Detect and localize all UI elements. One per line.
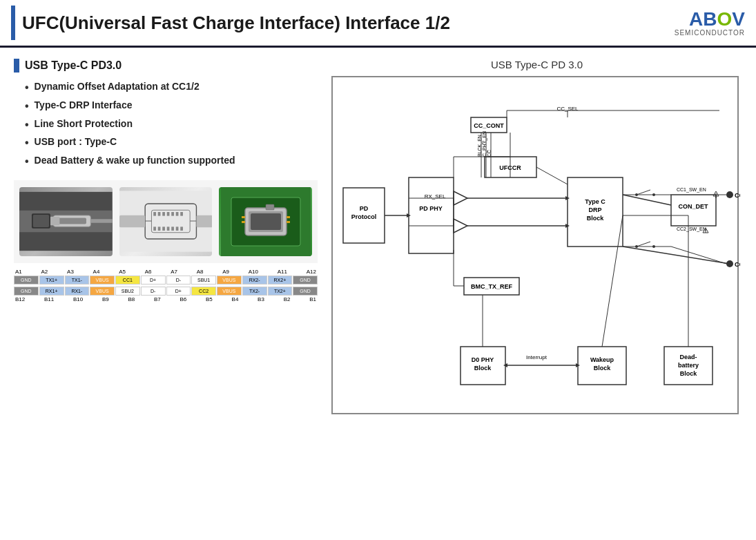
bullet-text: Dynamic Offset Adaptation at CC1/2 xyxy=(35,81,200,92)
page-header: UFC(Universal Fast Charge Interface) Int… xyxy=(0,0,756,48)
logo-v: V xyxy=(732,8,745,30)
svg-rect-20 xyxy=(153,227,156,231)
svg-rect-19 xyxy=(180,213,183,217)
pin-cell: RX2- xyxy=(242,276,267,285)
svg-text:CC_CONT: CC_CONT xyxy=(474,122,504,129)
pin-cell: D+ xyxy=(141,276,166,285)
pin-num: B7 xyxy=(154,296,161,302)
pin-num: B5 xyxy=(206,296,213,302)
svg-rect-37 xyxy=(287,221,290,223)
svg-rect-13 xyxy=(153,213,156,217)
logo-subtitle: SEMICONDUCTOR xyxy=(675,29,745,37)
svg-text:Block: Block xyxy=(474,365,492,372)
pin-cell: CC1 xyxy=(115,276,140,285)
pin-num: B12 xyxy=(15,296,25,302)
svg-text:Protocol: Protocol xyxy=(351,213,377,220)
pin-cell: TX2- xyxy=(242,287,267,296)
bullet-text: USB port : Type-C xyxy=(35,136,117,147)
usb-sketch xyxy=(119,187,213,256)
svg-text:Block: Block xyxy=(680,370,698,377)
svg-text:RX_SEL: RX_SEL xyxy=(425,193,446,200)
svg-rect-24 xyxy=(171,227,174,231)
svg-rect-33 xyxy=(251,213,281,230)
section-header: USB Type-C PD3.0 xyxy=(14,59,318,73)
svg-rect-21 xyxy=(157,227,160,231)
svg-rect-28 xyxy=(196,215,212,228)
svg-point-90 xyxy=(652,193,655,196)
svg-text:Block: Block xyxy=(594,365,612,372)
svg-rect-22 xyxy=(162,227,165,231)
svg-rect-74 xyxy=(671,195,716,226)
pin-num: A2 xyxy=(41,269,48,275)
bullet-text: Line Short Protection xyxy=(35,118,133,129)
left-panel: USB Type-C PD3.0 •Dynamic Offset Adaptat… xyxy=(14,59,318,528)
pin-num: A1 xyxy=(15,269,22,275)
pin-cell: VBUS xyxy=(90,276,115,285)
svg-rect-14 xyxy=(157,213,160,217)
pin-cell: SBU1 xyxy=(191,276,216,285)
svg-text:Wakeup: Wakeup xyxy=(590,356,614,363)
svg-line-81 xyxy=(623,247,730,264)
connector-images xyxy=(14,180,318,263)
feature-list: •Dynamic Offset Adaptation at CC1/2 •Typ… xyxy=(14,81,318,169)
list-item: •Line Short Protection xyxy=(25,118,318,133)
pin-num: B1 xyxy=(309,296,316,302)
svg-text:Interrupt: Interrupt xyxy=(526,354,547,360)
svg-rect-42 xyxy=(409,177,454,253)
usb-photo xyxy=(19,187,113,256)
right-panel: USB Type-C PD 3.0 PD Protocol PD PHY UFC… xyxy=(331,59,742,528)
svg-rect-15 xyxy=(162,213,165,217)
svg-text:CC2: CC2 xyxy=(735,261,740,268)
list-item: •Dynamic Offset Adaptation at CC1/2 xyxy=(25,81,318,95)
pin-cell: D- xyxy=(141,287,166,296)
svg-text:CC1: CC1 xyxy=(735,192,740,199)
svg-line-71 xyxy=(536,167,568,184)
svg-text:PD: PD xyxy=(360,205,369,212)
list-item: •Type-C DRP Interface xyxy=(25,99,318,114)
pin-num: A9 xyxy=(222,269,229,275)
pin-num: A5 xyxy=(119,269,126,275)
logo-b: B xyxy=(703,8,717,30)
svg-rect-38 xyxy=(266,204,274,210)
svg-text:DRP: DRP xyxy=(588,206,601,213)
svg-text:Block: Block xyxy=(587,215,605,222)
usb-pcb xyxy=(219,187,312,256)
pin-cell: VBUS xyxy=(217,287,242,296)
pin-num: B6 xyxy=(180,296,187,302)
list-item: •Dead Battery & wake up function support… xyxy=(25,155,318,169)
bullet-dot: • xyxy=(25,136,29,151)
pin-num: B9 xyxy=(102,296,109,302)
bullet-dot: • xyxy=(25,99,29,114)
svg-text:CON_DET: CON_DET xyxy=(678,203,708,210)
section-title: USB Type-C PD3.0 xyxy=(25,59,122,72)
svg-text:Type C: Type C xyxy=(585,198,605,205)
svg-rect-3 xyxy=(58,218,86,224)
bullet-text: Type-C DRP Interface xyxy=(35,99,133,110)
svg-point-76 xyxy=(726,191,733,198)
svg-line-95 xyxy=(637,242,650,247)
pin-cell: SBU2 xyxy=(115,287,140,296)
company-logo: ABOV SEMICONDUCTOR xyxy=(675,10,745,37)
header-left: UFC(Universal Fast Charge Interface) Int… xyxy=(11,6,450,40)
svg-marker-66 xyxy=(454,219,467,233)
pin-num: B8 xyxy=(128,296,135,302)
page-title: UFC(Universal Fast Charge Interface) Int… xyxy=(22,12,450,34)
svg-rect-16 xyxy=(166,213,169,217)
svg-rect-35 xyxy=(242,221,245,223)
svg-text:CC1_SW_EN: CC1_SW_EN xyxy=(677,187,706,193)
svg-rect-18 xyxy=(175,213,178,217)
svg-rect-26 xyxy=(180,227,183,231)
pin-cell: GND xyxy=(14,287,39,296)
content-area: USB Type-C PD3.0 •Dynamic Offset Adaptat… xyxy=(0,48,756,539)
block-diagram-svg: PD Protocol PD PHY UFCCR RX_SEL CC_CONT … xyxy=(333,77,740,416)
svg-rect-4 xyxy=(50,217,59,226)
pin-cell: D+ xyxy=(166,287,191,296)
header-accent-bar xyxy=(11,6,15,40)
diagram-title: USB Type-C PD 3.0 xyxy=(331,59,742,70)
logo-o: O xyxy=(717,8,733,30)
pin-num: A3 xyxy=(67,269,74,275)
pin-num: A6 xyxy=(145,269,152,275)
pin-cell: GND xyxy=(14,276,39,285)
svg-text:D0 PHY: D0 PHY xyxy=(472,356,494,363)
logo-a: A xyxy=(689,8,703,30)
